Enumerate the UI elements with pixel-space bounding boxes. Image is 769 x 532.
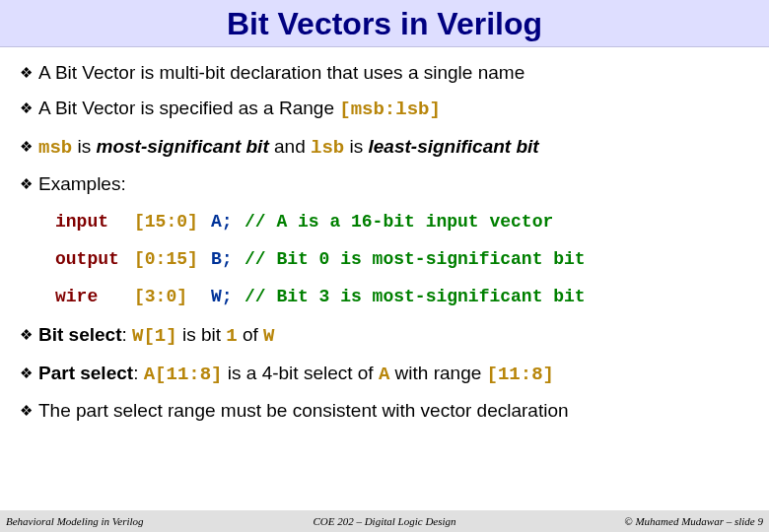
ex-comment: // Bit 3 is most-significant bit <box>245 284 586 311</box>
lsb-code: lsb <box>311 137 344 159</box>
ex-comment: // Bit 0 is most-significant bit <box>245 246 586 274</box>
bullet-5: ❖ Bit select: W[1] is bit 1 of W <box>20 320 749 351</box>
diamond-icon: ❖ <box>20 135 33 158</box>
txt: : <box>121 324 132 345</box>
ex-keyword: output <box>55 246 134 274</box>
txt: and <box>269 136 311 157</box>
title-bar: Bit Vectors in Verilog <box>0 0 769 47</box>
msb-code: msb <box>38 137 72 159</box>
bullet-2-text: A Bit Vector is specified as a Range [ms… <box>38 94 441 124</box>
txt: with range <box>389 363 486 383</box>
ex-keyword: input <box>55 209 134 236</box>
ex-range: [3:0] <box>134 284 211 311</box>
ex-name: W; <box>211 284 245 311</box>
txt: is <box>344 136 368 157</box>
slide-content: ❖ A Bit Vector is multi-bit declaration … <box>0 47 769 510</box>
slide: Bit Vectors in Verilog ❖ A Bit Vector is… <box>0 0 769 532</box>
example-row: input [15:0] A; // A is a 16-bit input v… <box>55 209 749 236</box>
ex-range: [0:15] <box>134 246 211 274</box>
bullet-2: ❖ A Bit Vector is specified as a Range [… <box>20 94 749 124</box>
bullet-1-text: A Bit Vector is multi-bit declaration th… <box>38 58 524 87</box>
code: A <box>379 364 389 385</box>
slide-title: Bit Vectors in Verilog <box>0 6 769 42</box>
bullet-7: ❖ The part select range must be consiste… <box>20 396 749 425</box>
ex-comment: // A is a 16-bit input vector <box>245 209 553 236</box>
footer-center: COE 202 – Digital Logic Design <box>258 515 511 527</box>
diamond-icon: ❖ <box>20 97 33 119</box>
examples-block: input [15:0] A; // A is a 16-bit input v… <box>55 209 749 311</box>
bullet-2-plain: A Bit Vector is specified as a Range <box>38 98 339 118</box>
bullet-6-text: Part select: A[11:8] is a 4-bit select o… <box>38 359 554 389</box>
code: [11:8] <box>487 364 554 385</box>
code: W[1] <box>132 325 177 347</box>
diamond-icon: ❖ <box>20 172 33 195</box>
txt: is bit <box>177 324 227 345</box>
diamond-icon: ❖ <box>20 61 33 84</box>
diamond-icon: ❖ <box>20 323 33 346</box>
ex-name: B; <box>211 246 245 274</box>
part-select-label: Part select <box>38 363 133 383</box>
bullet-4: ❖ Examples: <box>20 169 749 198</box>
footer: Behavioral Modeling in Verilog COE 202 –… <box>0 510 769 532</box>
example-row: output [0:15] B; // Bit 0 is most-signif… <box>55 246 749 274</box>
footer-left: Behavioral Modeling in Verilog <box>6 515 258 527</box>
bullet-7-text: The part select range must be consistent… <box>38 396 569 425</box>
bullet-6: ❖ Part select: A[11:8] is a 4-bit select… <box>20 359 749 389</box>
diamond-icon: ❖ <box>20 399 33 422</box>
lsb-def: least-significant bit <box>369 136 539 157</box>
bullet-3: ❖ msb is most-significant bit and lsb is… <box>20 132 749 163</box>
txt: : <box>133 363 144 383</box>
code: 1 <box>226 325 237 347</box>
code: A[11:8] <box>144 364 223 385</box>
msb-def: most-significant bit <box>97 136 269 157</box>
txt: is a 4-bit select of <box>223 363 379 383</box>
bit-select-label: Bit select <box>38 324 121 345</box>
bullet-4-text: Examples: <box>38 169 126 198</box>
bullet-3-text: msb is most-significant bit and lsb is l… <box>38 132 539 163</box>
bullet-1: ❖ A Bit Vector is multi-bit declaration … <box>20 58 749 87</box>
txt: is <box>72 136 96 157</box>
diamond-icon: ❖ <box>20 362 33 384</box>
example-row: wire [3:0] W; // Bit 3 is most-significa… <box>55 284 749 311</box>
ex-keyword: wire <box>55 284 134 311</box>
txt: of <box>238 324 263 345</box>
code: W <box>263 325 274 347</box>
bullet-2-code: [msb:lsb] <box>339 99 441 120</box>
footer-right: © Muhamed Mudawar – slide 9 <box>511 515 763 527</box>
ex-name: A; <box>211 209 245 236</box>
bullet-5-text: Bit select: W[1] is bit 1 of W <box>38 320 275 351</box>
ex-range: [15:0] <box>134 209 211 236</box>
